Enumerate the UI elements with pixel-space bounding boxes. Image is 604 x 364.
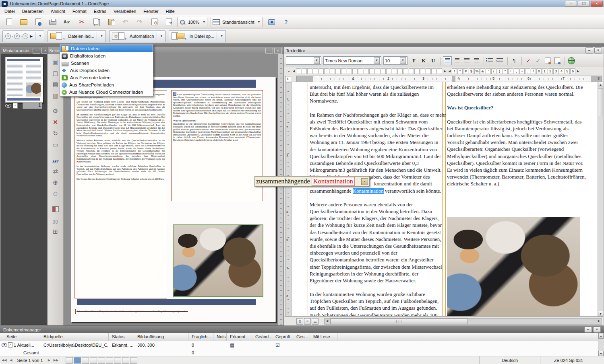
align-left-button[interactable]: [443, 56, 452, 65]
menu-format[interactable]: Format: [69, 8, 90, 15]
char-cell[interactable]: ,: [514, 68, 519, 74]
char-cell[interactable]: ': [486, 68, 491, 74]
char-cell[interactable]: 6: [570, 68, 575, 74]
tab-selector[interactable]: L: [285, 76, 291, 82]
column-header-mit-lese[interactable]: Mit Lese...: [310, 333, 337, 341]
column-header-bildquelle[interactable]: Bildquelle: [40, 333, 109, 341]
zoom-in-button[interactable]: [50, 177, 61, 188]
texteditor-minimize-button[interactable]: –: [585, 47, 593, 53]
editor-column-left[interactable]: untersucht, mit dem Ergebnis, dass die Q…: [310, 84, 442, 317]
char-cell[interactable]: 3: [553, 68, 558, 74]
page-panel-scrollbar[interactable]: [278, 54, 283, 325]
process-arrow-icon[interactable]: [114, 357, 121, 364]
char-cell-empty[interactable]: [358, 68, 363, 74]
char-cell[interactable]: #: [463, 68, 468, 74]
char-cell-empty[interactable]: [324, 68, 329, 74]
verifier-close-icon[interactable]: ×: [361, 178, 368, 185]
scroll-up-icon[interactable]: ▲: [598, 82, 603, 87]
char-cell-empty[interactable]: [335, 68, 341, 74]
font-select[interactable]: Times New Roman▼: [323, 56, 381, 65]
thumbnails-view-icon[interactable]: [66, 357, 73, 364]
menu-datei[interactable]: Datei: [1, 8, 19, 15]
char-cell-empty[interactable]: [420, 68, 425, 74]
formatted-text-view-button[interactable]: ≡: [304, 318, 311, 325]
column-header-fraglich[interactable]: Fraglich...: [188, 333, 213, 341]
scan-image-zone[interactable]: [173, 224, 263, 297]
char-cell-empty[interactable]: [397, 68, 403, 74]
char-cell[interactable]: 1: [542, 68, 547, 74]
font-size-select[interactable]: 10▼: [383, 56, 407, 65]
options-button[interactable]: [148, 17, 160, 27]
char-cell[interactable]: ": [457, 68, 463, 74]
info-icon[interactable]: [130, 357, 137, 364]
char-cell[interactable]: $: [469, 68, 474, 74]
paragraph-marks-button[interactable]: ¶: [510, 56, 519, 65]
menu-item-dateien-laden[interactable]: Dateien laden: [60, 45, 153, 52]
scan-text-zone-right[interactable]: Eine epidemiologische Überwachung wurde …: [171, 90, 263, 201]
redact-text-button[interactable]: [553, 56, 562, 65]
docmanager-view-icon[interactable]: [98, 357, 105, 364]
align-justify-button[interactable]: [472, 56, 481, 65]
char-cell-empty[interactable]: [381, 68, 386, 74]
page-panel-minimize-button[interactable]: –: [265, 48, 273, 54]
column-header-ges[interactable]: Ges...: [293, 333, 310, 341]
next-page-button[interactable]: ▶: [48, 358, 50, 362]
char-cell[interactable]: 2: [548, 68, 553, 74]
horizontal-scroll-thumb[interactable]: | | |: [330, 319, 468, 324]
maximize-button[interactable]: ❐: [578, 1, 590, 7]
verify-button[interactable]: ✓: [524, 56, 533, 65]
charmap-first-arrow-icon[interactable]: ◀: [449, 70, 451, 73]
new-document-button[interactable]: [3, 17, 15, 27]
charmap-right-arrow-icon[interactable]: ▶: [444, 70, 446, 73]
bullet-list-button[interactable]: [486, 56, 495, 65]
table-row[interactable]: ✓1 Aktuell...C:\Users\ibolya\Desktop\DEU…: [0, 341, 598, 349]
menu-extras[interactable]: Extras: [90, 8, 110, 15]
menu-ansicht[interactable]: Ansicht: [47, 8, 69, 15]
zoom-control[interactable]: 100% ▼: [177, 17, 207, 27]
char-cell[interactable]: ): [497, 68, 502, 74]
redo-button[interactable]: [134, 17, 146, 27]
first-line-indent-marker[interactable]: [316, 76, 319, 78]
workflow-dropdown-arrow-icon[interactable]: ▼: [39, 35, 41, 37]
help-button[interactable]: [280, 17, 292, 27]
char-cell-empty[interactable]: [431, 68, 436, 74]
docmanager-scroll-up-icon[interactable]: ▲: [598, 333, 604, 339]
column-header-bildauflösung[interactable]: Bildauflösung: [134, 333, 188, 341]
editor-photo[interactable]: [447, 217, 580, 317]
texteditor-close-button[interactable]: ×: [594, 47, 602, 53]
settings-gear-button[interactable]: [50, 106, 61, 116]
minimize-button[interactable]: –: [565, 1, 577, 7]
capture-button[interactable]: [266, 17, 278, 27]
docmanager-close-button[interactable]: ×: [593, 327, 601, 333]
char-cell[interactable]: &: [480, 68, 485, 74]
view-dropdown-arrow-icon[interactable]: ▼: [258, 21, 261, 23]
char-cell-empty[interactable]: [319, 68, 324, 74]
scanned-page[interactable]: in die durch Quecksilber kontaminierte W…: [71, 77, 276, 322]
charmap-last-arrow-icon[interactable]: ▶: [577, 70, 579, 73]
zoom-out-button[interactable]: [50, 189, 61, 199]
char-cell-empty[interactable]: [392, 68, 397, 74]
undo-button[interactable]: [119, 17, 131, 27]
recognize-button[interactable]: ⚙2 Automatisch ▼: [109, 30, 165, 42]
print-button[interactable]: [47, 17, 59, 27]
charmap-dropdown-arrow-icon[interactable]: ▼: [288, 70, 290, 73]
form-view-icon[interactable]: [90, 357, 97, 364]
font-dropdown-arrow-icon[interactable]: ▼: [374, 57, 380, 64]
right-indent-marker[interactable]: [448, 79, 451, 82]
set-language-button[interactable]: [50, 155, 61, 165]
char-cell[interactable]: +: [508, 68, 513, 74]
char-cell[interactable]: 0: [536, 68, 542, 74]
style-select[interactable]: ▼: [286, 56, 321, 65]
column-header-seite[interactable]: Seite: [0, 333, 40, 341]
mark-text-button[interactable]: [543, 56, 552, 65]
scroll-left-icon[interactable]: ◀: [325, 319, 330, 323]
charmap-left-arrow-icon[interactable]: ◀: [293, 70, 295, 73]
menu-fenster[interactable]: Fenster: [140, 8, 162, 15]
true-page-view-button[interactable]: ☰: [312, 318, 319, 325]
last-page-button[interactable]: ▶▶: [54, 358, 58, 362]
char-cell-empty[interactable]: [375, 68, 380, 74]
char-cell[interactable]: /: [531, 68, 536, 74]
export-button[interactable]: [163, 17, 175, 27]
editor-horizontal-scrollbar[interactable]: ◀ | | | ▶: [324, 318, 602, 325]
table-row[interactable]: Gesamt0: [0, 349, 598, 356]
